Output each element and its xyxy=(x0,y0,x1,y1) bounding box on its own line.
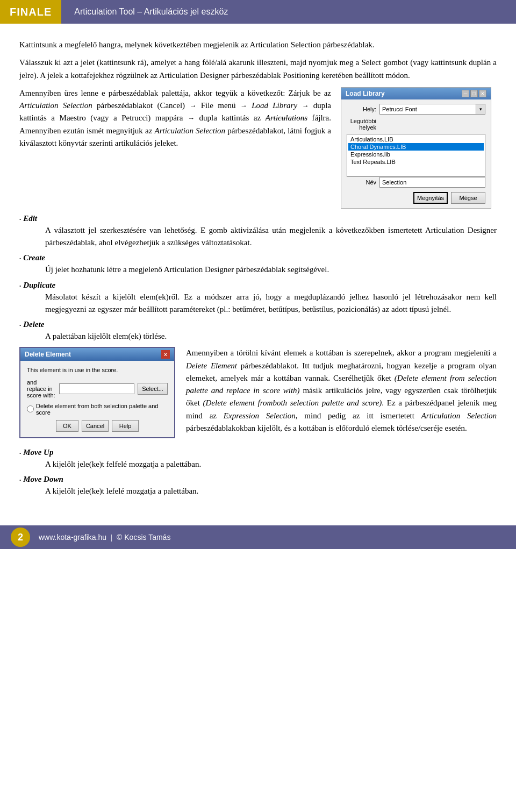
radio-row[interactable]: Delete element from both selection palet… xyxy=(27,403,168,416)
delete-dialog-title-bar: Delete Element × xyxy=(20,348,174,361)
delete-mixed-col: Delete Element × This element is in use … xyxy=(19,347,497,443)
edit-content: A választott jel szerkesztésére van lehe… xyxy=(45,224,497,250)
move-up-section: • Move Up A kijelölt jele(ke)t felfelé m… xyxy=(19,448,497,471)
delete-description: Amennyiben a törölni kívánt elemek a kot… xyxy=(186,347,497,435)
select-btn[interactable]: Select... xyxy=(138,383,168,395)
location-label: Hely: xyxy=(347,106,376,112)
location-input-group[interactable]: Petrucci Font ▾ xyxy=(379,104,485,115)
dialog-minimize-btn[interactable]: ─ xyxy=(462,90,469,97)
page-header: FINALE Articulation Tool – Artikulációs … xyxy=(0,0,516,24)
location-input: Petrucci Font xyxy=(379,104,476,115)
dialog-title-bar: Load Library ─ □ × xyxy=(341,88,491,99)
replace-input[interactable] xyxy=(59,383,134,394)
page-number: 2 xyxy=(11,528,30,547)
two-col-text: Amennyiben üres lenne e párbeszédablak p… xyxy=(19,87,331,209)
delete-right-text: Amennyiben a törölni kívánt elemek a kot… xyxy=(186,347,497,443)
delete-intro: A palettában kijelölt elem(ek) törlése. xyxy=(45,330,497,343)
dialog-title-controls: ─ □ × xyxy=(462,90,486,97)
intro-para1: Kattintsunk a megfelelő hangra, melynek … xyxy=(19,39,497,51)
name-label: Név xyxy=(347,179,376,186)
load-library-dialog-container: Load Library ─ □ × Hely: Petrucci Font ▾ xyxy=(341,87,497,209)
ok-btn[interactable]: OK xyxy=(56,420,78,432)
delete-dialog-container: Delete Element × This element is in use … xyxy=(19,347,175,443)
move-up-label: Move Up xyxy=(23,448,53,457)
delete-element-dialog: Delete Element × This element is in use … xyxy=(19,347,175,438)
open-btn[interactable]: Megnyitás xyxy=(413,192,448,204)
move-down-bullet-dot: • xyxy=(19,478,21,483)
load-library-para: Amennyiben üres lenne e párbeszédablak p… xyxy=(19,87,331,149)
edit-section: • Edit A választott jel szerkesztésére v… xyxy=(19,214,497,250)
delete-dialog-title-text: Delete Element xyxy=(25,351,71,358)
move-down-content: A kijelölt jele(ke)t lefelé mozgatja a p… xyxy=(45,485,497,497)
move-up-bullet-dot: • xyxy=(19,451,21,456)
dialog-title-text: Load Library xyxy=(346,90,385,97)
location-dropdown-btn[interactable]: ▾ xyxy=(476,104,485,115)
duplicate-label: Duplicate xyxy=(23,281,55,290)
name-input[interactable]: Selection xyxy=(379,177,485,188)
list-item-textrepeats[interactable]: Text Repeats.LIB xyxy=(348,158,484,166)
radio-text: Delete element from both selection palet… xyxy=(36,403,168,416)
recent-label: Legutóbbi helyek xyxy=(347,118,376,131)
list-item-choral[interactable]: Choral Dynamics.LIB xyxy=(348,143,484,151)
cancel-dialog-btn[interactable]: Cancel xyxy=(82,420,109,432)
move-up-content: A kijelölt jele(ke)t felfelé mozgatja a … xyxy=(45,458,497,471)
duplicate-section: • Duplicate Másolatot készít a kijelölt … xyxy=(19,281,497,316)
create-bullet-dot: • xyxy=(19,256,21,261)
replace-row: and replace in score with: Select... xyxy=(27,379,168,398)
header-title: Articulation Tool – Artikulációs jel esz… xyxy=(61,7,228,17)
delete-label: Delete xyxy=(23,320,44,329)
dialog-bottom-btns: Megnyitás Mégse xyxy=(347,192,485,204)
dialog-maximize-btn[interactable]: □ xyxy=(470,90,478,97)
delete-dialog-buttons: OK Cancel Help xyxy=(27,420,168,432)
create-content: Új jelet hozhatunk létre a megjelenő Art… xyxy=(45,263,497,276)
delete-bullet-dot: • xyxy=(19,323,21,328)
two-col-section: Amennyiben üres lenne e párbeszédablak p… xyxy=(19,87,497,209)
help-btn[interactable]: Help xyxy=(112,420,139,432)
page-footer: 2 www.kota-grafika.hu | © Kocsis Tamás xyxy=(0,525,516,549)
move-down-label: Move Down xyxy=(23,475,63,484)
create-label: Create xyxy=(23,253,45,262)
edit-label: Edit xyxy=(23,214,37,223)
list-item-expressions[interactable]: Expressions.lib xyxy=(348,151,484,158)
name-row: Név Selection xyxy=(347,177,485,188)
main-content: Kattintsunk a megfelelő hangra, melynek … xyxy=(0,24,516,512)
duplicate-bullet-dot: • xyxy=(19,283,21,289)
footer-url: www.kota-grafika.hu xyxy=(39,533,106,542)
delete-dialog-message: This element is in use in the score. xyxy=(27,366,168,374)
location-row: Hely: Petrucci Font ▾ xyxy=(347,104,485,115)
recent-label-row: Legutóbbi helyek xyxy=(347,118,485,131)
logo: FINALE xyxy=(0,0,61,24)
footer-copyright: © Kocsis Tamás xyxy=(117,533,170,542)
cancel-btn[interactable]: Mégse xyxy=(451,192,485,204)
dialog-body: Hely: Petrucci Font ▾ Legutóbbi helyek A… xyxy=(341,99,491,208)
delete-dialog-body: This element is in use in the score. and… xyxy=(20,361,174,437)
replace-label: and replace in score with: xyxy=(27,379,56,398)
file-list[interactable]: Articulations.LIB Choral Dynamics.LIB Ex… xyxy=(347,134,485,177)
footer-separator: | xyxy=(111,533,112,542)
edit-bullet-dot: • xyxy=(19,217,21,222)
move-down-section: • Move Down A kijelölt jele(ke)t lefelé … xyxy=(19,475,497,497)
duplicate-content: Másolatot készít a kijelölt elem(ek)ről.… xyxy=(45,291,497,316)
list-item-articulations[interactable]: Articulations.LIB xyxy=(348,136,484,143)
create-section: • Create Új jelet hozhatunk létre a megj… xyxy=(19,253,497,276)
delete-dialog-close-btn[interactable]: × xyxy=(161,350,170,359)
delete-radio[interactable] xyxy=(27,405,34,412)
delete-section: • Delete A palettában kijelölt elem(ek) … xyxy=(19,320,497,343)
intro-para2: Válasszuk ki azt a jelet (kattintsunk rá… xyxy=(19,56,497,82)
load-library-dialog: Load Library ─ □ × Hely: Petrucci Font ▾ xyxy=(341,87,491,209)
dialog-close-btn[interactable]: × xyxy=(479,90,486,97)
